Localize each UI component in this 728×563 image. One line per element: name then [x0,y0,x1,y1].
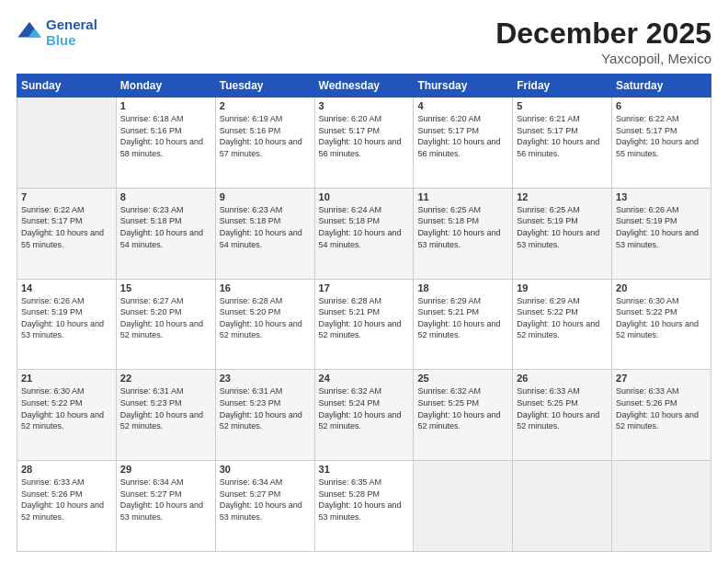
day-info: Sunrise: 6:26 AM Sunset: 5:19 PM Dayligh… [21,295,112,341]
calendar-day-cell: 27 Sunrise: 6:33 AM Sunset: 5:26 PM Dayl… [612,370,711,461]
logo-icon [17,19,42,45]
col-wednesday: Wednesday [314,75,414,98]
calendar-day-cell: 26 Sunrise: 6:33 AM Sunset: 5:25 PM Dayl… [513,370,612,461]
calendar-day-cell: 13 Sunrise: 6:26 AM Sunset: 5:19 PM Dayl… [612,188,711,279]
page: General Blue December 2025 Yaxcopoil, Me… [0,0,728,563]
sunset-label: Sunset: 5:19 PM [517,216,578,225]
day-info: Sunrise: 6:29 AM Sunset: 5:21 PM Dayligh… [417,295,508,341]
sunrise-label: Sunrise: 6:20 AM [417,114,481,123]
col-tuesday: Tuesday [215,75,314,98]
sunrise-label: Sunrise: 6:32 AM [319,386,382,396]
col-sunday: Sunday [17,75,117,98]
day-number: 22 [120,373,211,384]
sunrise-label: Sunrise: 6:19 AM [220,114,283,123]
day-info: Sunrise: 6:19 AM Sunset: 5:16 PM Dayligh… [220,113,311,159]
day-number: 24 [319,373,410,384]
day-number: 19 [517,282,608,293]
calendar-day-cell: 24 Sunrise: 6:32 AM Sunset: 5:24 PM Dayl… [314,370,414,461]
day-number: 3 [319,100,410,111]
daylight-label: Daylight: 10 hours and 54 minutes. [220,228,302,249]
calendar-day-cell [414,461,513,552]
day-info: Sunrise: 6:25 AM Sunset: 5:19 PM Dayligh… [517,204,608,250]
daylight-label: Daylight: 10 hours and 53 minutes. [616,228,699,249]
logo-text: General Blue [46,17,97,48]
sunset-label: Sunset: 5:22 PM [517,307,578,316]
calendar-day-cell: 8 Sunrise: 6:23 AM Sunset: 5:18 PM Dayli… [116,188,215,279]
day-info: Sunrise: 6:22 AM Sunset: 5:17 PM Dayligh… [21,204,112,250]
daylight-label: Daylight: 10 hours and 56 minutes. [319,137,402,158]
sunset-label: Sunset: 5:25 PM [417,398,479,408]
sunset-label: Sunset: 5:26 PM [616,398,677,408]
calendar-day-cell: 20 Sunrise: 6:30 AM Sunset: 5:22 PM Dayl… [612,279,711,370]
col-monday: Monday [116,75,215,98]
daylight-label: Daylight: 10 hours and 53 minutes. [319,500,402,522]
day-info: Sunrise: 6:32 AM Sunset: 5:24 PM Dayligh… [319,385,410,431]
sunset-label: Sunset: 5:17 PM [616,126,677,135]
calendar-day-cell: 1 Sunrise: 6:18 AM Sunset: 5:16 PM Dayli… [116,98,215,189]
calendar-day-cell [513,461,612,552]
calendar-day-cell: 17 Sunrise: 6:28 AM Sunset: 5:21 PM Dayl… [314,279,414,370]
daylight-label: Daylight: 10 hours and 53 minutes. [517,228,599,249]
calendar-day-cell: 11 Sunrise: 6:25 AM Sunset: 5:18 PM Dayl… [414,188,513,279]
day-info: Sunrise: 6:23 AM Sunset: 5:18 PM Dayligh… [120,204,211,250]
daylight-label: Daylight: 10 hours and 52 minutes. [220,410,302,431]
col-saturday: Saturday [612,75,711,98]
calendar-week-row: 21 Sunrise: 6:30 AM Sunset: 5:22 PM Dayl… [17,370,711,461]
sunset-label: Sunset: 5:23 PM [120,398,182,408]
day-info: Sunrise: 6:31 AM Sunset: 5:23 PM Dayligh… [120,385,211,431]
calendar-day-cell: 31 Sunrise: 6:35 AM Sunset: 5:28 PM Dayl… [314,461,414,552]
day-info: Sunrise: 6:21 AM Sunset: 5:17 PM Dayligh… [517,113,608,159]
sunrise-label: Sunrise: 6:22 AM [616,114,679,123]
sunset-label: Sunset: 5:16 PM [120,126,182,135]
calendar-day-cell: 12 Sunrise: 6:25 AM Sunset: 5:19 PM Dayl… [513,188,612,279]
calendar-day-cell [17,98,117,189]
daylight-label: Daylight: 10 hours and 53 minutes. [417,228,500,249]
day-number: 9 [220,191,311,202]
day-info: Sunrise: 6:33 AM Sunset: 5:26 PM Dayligh… [21,477,112,523]
sunrise-label: Sunrise: 6:21 AM [517,114,580,123]
day-info: Sunrise: 6:28 AM Sunset: 5:21 PM Dayligh… [319,295,410,341]
calendar-day-cell: 25 Sunrise: 6:32 AM Sunset: 5:25 PM Dayl… [414,370,513,461]
daylight-label: Daylight: 10 hours and 52 minutes. [120,410,203,431]
calendar-day-cell: 9 Sunrise: 6:23 AM Sunset: 5:18 PM Dayli… [215,188,314,279]
day-info: Sunrise: 6:31 AM Sunset: 5:23 PM Dayligh… [220,385,311,431]
day-number: 13 [616,191,707,202]
sunrise-label: Sunrise: 6:30 AM [616,296,679,305]
day-info: Sunrise: 6:27 AM Sunset: 5:20 PM Dayligh… [120,295,211,341]
sunset-label: Sunset: 5:19 PM [21,307,83,316]
sunset-label: Sunset: 5:24 PM [319,398,381,408]
daylight-label: Daylight: 10 hours and 55 minutes. [21,228,104,249]
calendar-week-row: 14 Sunrise: 6:26 AM Sunset: 5:19 PM Dayl… [17,279,711,370]
day-number: 10 [319,191,410,202]
sunset-label: Sunset: 5:22 PM [21,398,83,408]
day-number: 12 [517,191,608,202]
day-number: 16 [220,282,311,293]
sunrise-label: Sunrise: 6:30 AM [21,386,85,396]
day-info: Sunrise: 6:20 AM Sunset: 5:17 PM Dayligh… [319,113,410,159]
calendar-day-cell: 14 Sunrise: 6:26 AM Sunset: 5:19 PM Dayl… [17,279,117,370]
daylight-label: Daylight: 10 hours and 52 minutes. [417,410,500,431]
daylight-label: Daylight: 10 hours and 56 minutes. [517,137,599,158]
sunset-label: Sunset: 5:27 PM [120,489,182,499]
sunrise-label: Sunrise: 6:26 AM [21,296,85,305]
sunset-label: Sunset: 5:26 PM [21,489,83,499]
day-number: 23 [220,373,311,384]
day-info: Sunrise: 6:26 AM Sunset: 5:19 PM Dayligh… [616,204,707,250]
sunrise-label: Sunrise: 6:26 AM [616,205,679,214]
sunset-label: Sunset: 5:23 PM [220,398,281,408]
sunset-label: Sunset: 5:17 PM [319,126,381,135]
sunset-label: Sunset: 5:21 PM [319,307,381,316]
sunrise-label: Sunrise: 6:28 AM [220,296,283,305]
sunrise-label: Sunrise: 6:23 AM [220,205,283,214]
daylight-label: Daylight: 10 hours and 52 minutes. [417,319,500,340]
sunset-label: Sunset: 5:18 PM [120,216,182,225]
calendar-day-cell: 19 Sunrise: 6:29 AM Sunset: 5:22 PM Dayl… [513,279,612,370]
day-info: Sunrise: 6:30 AM Sunset: 5:22 PM Dayligh… [616,295,707,341]
day-number: 11 [417,191,508,202]
daylight-label: Daylight: 10 hours and 52 minutes. [220,319,302,340]
day-info: Sunrise: 6:30 AM Sunset: 5:22 PM Dayligh… [21,385,112,431]
day-number: 14 [21,282,112,293]
sunset-label: Sunset: 5:17 PM [417,126,479,135]
sunrise-label: Sunrise: 6:25 AM [517,205,580,214]
calendar-day-cell [612,461,711,552]
